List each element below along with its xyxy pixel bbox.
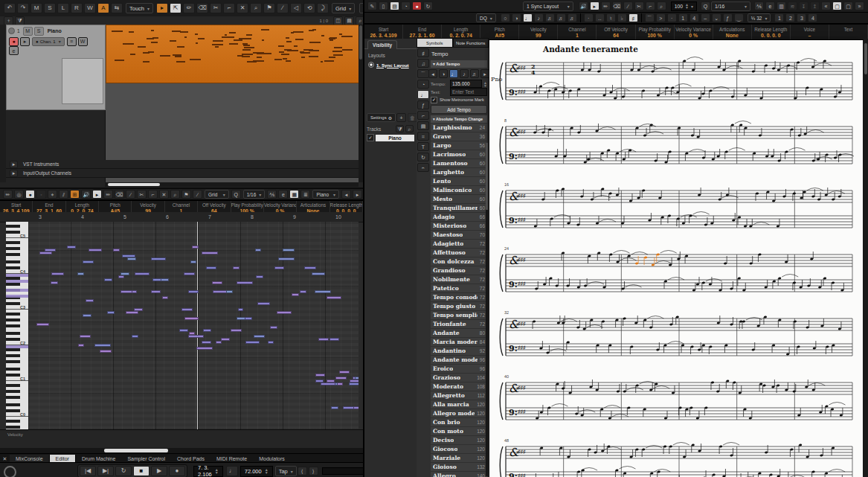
layout-select[interactable]: 1 Sync Layout▾ [523,1,573,11]
object-select-tool[interactable]: ▸ [156,3,168,13]
grid-type-select[interactable]: Grid▾ [332,3,355,13]
clock-palette-button[interactable]: ◔ [417,80,429,89]
info-field[interactable]: Velocity Variance 0 % [675,25,713,39]
tempo-list-item[interactable]: Allegro moderato120 [431,409,487,417]
info-field[interactable]: Start 26. 3. 4.109 [364,25,403,39]
score-page[interactable]: Andante teneramente Pno &9:♯♯♯♯♯♯24&9:♯♯… [489,40,863,477]
tempo-list-item[interactable]: Patetico72 [431,284,487,292]
edit-icon[interactable]: e [765,1,775,10]
cycle-button[interactable]: ↻ [115,466,132,476]
tempo-list-item[interactable]: Adagio66 [431,213,487,221]
absolute-tempo-section-header[interactable]: ▾ Absolute Tempo Change [431,115,487,123]
setup-icon[interactable]: ✏ [3,190,13,199]
dynamic-button[interactable]: ƒ [723,13,733,22]
read-automation-button[interactable]: R [71,3,83,13]
solo-all-button[interactable]: S [44,3,56,13]
voice-3-button[interactable]: 3 [797,13,806,22]
info-field[interactable]: Length 0. 2. 0. 74 [442,25,480,39]
thirtysecond-note-button[interactable]: ♬ [556,13,566,22]
panel-tab[interactable]: Note Functions [453,38,489,48]
tempo-list-item[interactable]: Deciso120 [431,436,487,444]
tempo-list-item[interactable]: Trionfante72 [431,320,487,328]
tempo-list-item[interactable]: Con brio120 [431,418,487,426]
tie-button[interactable]: ⌒ [645,13,655,22]
draw-tool[interactable]: ✏ [601,1,611,10]
cycle-icon[interactable]: ↻ [423,1,433,10]
add-track-button[interactable]: ＋ [4,16,13,25]
zoom-tool[interactable]: ⌕ [657,1,666,10]
flip-up-icon[interactable]: ↥ [810,1,820,10]
tempo-list-item[interactable]: Eroico96 [431,365,487,373]
key-editor-ruler[interactable]: 345678910 [0,212,363,223]
select-tool[interactable]: ▸ [590,1,599,10]
score-vscrollbar[interactable] [864,39,868,477]
folder-track-row[interactable]: ▸ Input/Output Channels [6,169,359,178]
go-to-end-button[interactable]: ▶| [97,466,114,476]
info-field[interactable]: Text [829,25,868,39]
info-field[interactable]: Voice – [791,25,829,39]
track-solo-button[interactable]: S [34,27,44,36]
note-grid[interactable] [28,222,359,429]
tempo-list-item[interactable]: Lento60 [431,177,487,185]
undo-icon[interactable]: ↶ [4,3,16,13]
sixteenth-note-button[interactable]: ♬ [470,69,479,78]
tempo-list-item[interactable]: Con dolcezza72 [431,257,487,266]
tempo-list-item[interactable]: Larghissimo24 [431,124,487,132]
zoom-tool[interactable]: ⌕ [170,190,180,199]
midi-insert-icon[interactable]: ≡ [67,37,77,46]
accent-button[interactable]: > [656,13,666,22]
checkbox-icon[interactable]: ✓ [431,97,437,103]
staff-palette-button[interactable]: ▤ [417,121,429,130]
tempo-display[interactable]: 72.000▲▼ [240,466,273,477]
flat-button[interactable]: ♭ [617,13,627,22]
track-filter-icon[interactable]: ⧩ [15,16,25,25]
info-field[interactable]: Off Velocity 64 [597,25,635,39]
velocity-lane[interactable]: Velocity [0,429,363,449]
glue-tool[interactable]: ⌐ [646,1,655,10]
select-tool[interactable]: ▸ [92,190,102,199]
tempo-list-item[interactable]: Nobilmente72 [431,275,487,284]
curve-tool[interactable]: ∕ [193,190,202,199]
auto-punch-icon[interactable]: ⇆ [111,3,123,13]
snap-toggle-icon[interactable]: ▨ [390,1,399,10]
tempo-list-item[interactable]: Malinconico60 [431,186,487,194]
tempo-value-field[interactable]: 135.000 [450,80,482,88]
comp-tool[interactable]: ⚑ [263,3,275,13]
track-name[interactable]: Piano [48,28,62,33]
position-display[interactable]: 7. 3. 2.106▲▼ [193,466,223,477]
line-tool[interactable]: ∕ [277,3,289,13]
split-tool[interactable]: ✂ [137,190,147,199]
filter-icon[interactable]: ≋ [788,1,797,10]
sixtyfourth-note-button[interactable]: ♬ [568,13,577,22]
feedback-icon[interactable]: 🔊 [81,190,91,199]
record-button[interactable]: ● [169,466,185,476]
tempo-list-item[interactable]: Andante80 [431,329,487,337]
track-filter-icon[interactable]: ⧩ [396,125,404,132]
project-hscrollbar[interactable] [105,182,359,187]
staccato-button[interactable]: · [667,13,677,22]
stop-button[interactable]: ■ [133,466,150,476]
repeat-palette-button[interactable]: ↻ [417,153,429,161]
checkbox-icon[interactable]: ✓ [367,134,374,141]
close-lower-zone-icon[interactable]: ✕ [1,455,9,462]
split-tool[interactable]: ✂ [634,1,644,10]
layout-item[interactable]: 1. Sync Layout [368,62,413,68]
tempo-list-item[interactable]: Tempo semplice72 [431,311,487,319]
next-note-value-button[interactable]: ▸ [480,69,489,78]
tuplet-select[interactable]: ⅓ 32▾ [748,13,771,22]
automation-mode-select[interactable]: Touch▾ [126,3,153,13]
grid-palette-button[interactable]: ⌗ [417,132,429,141]
lower-zone-tab[interactable]: Modulators [253,455,291,463]
add-layout-button[interactable]: + [396,113,406,122]
finger-4-button[interactable]: 4 [689,13,699,22]
acoustic-feedback-icon[interactable]: ◦ [36,190,46,199]
folder-icon[interactable]: ▸ [10,170,18,177]
lower-zone-tab[interactable]: Sampler Control [121,455,171,463]
track-mute-button[interactable]: M [23,27,33,36]
panel-tab[interactable]: Symbols [417,38,453,48]
tempo-palette-button[interactable]: ♩ [417,90,429,99]
window-layout2-icon[interactable]: ▢ [843,1,853,10]
info-field[interactable]: Channel 1 [558,25,597,39]
dot-button[interactable]: · [584,13,594,22]
voice-4-button[interactable]: 4 [808,13,817,22]
